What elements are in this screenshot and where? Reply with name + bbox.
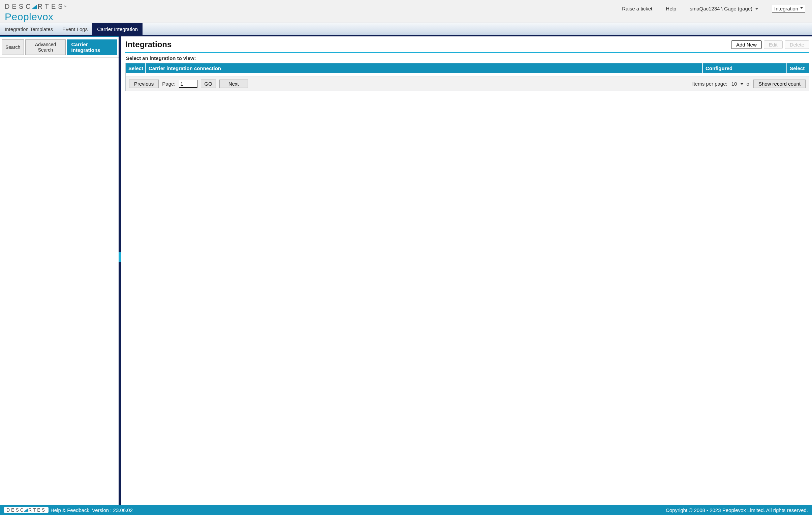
footer-logo-right: RTES: [28, 507, 46, 513]
tab-event-logs[interactable]: Event Logs: [58, 23, 92, 35]
copyright: Copyright © 2008 - 2023 Peoplevox Limite…: [666, 507, 808, 513]
page-actions: Add New Edit Delete: [731, 40, 809, 49]
go-button[interactable]: GO: [201, 80, 216, 88]
splitter-handle[interactable]: [119, 252, 121, 262]
main: Search Advanced Search Carrier Integrati…: [0, 36, 812, 505]
tab-integration-templates[interactable]: Integration Templates: [0, 23, 58, 35]
footer: DESC RTES Help & Feedback Version : 23.0…: [0, 505, 812, 515]
version-label: Version : 23.06.02: [92, 507, 133, 513]
help-link[interactable]: Help: [666, 6, 676, 11]
user-menu[interactable]: smaQac1234 \ Gage (gage): [690, 6, 758, 11]
caret-down-icon: [755, 8, 758, 10]
logo-text-left: DESC: [5, 3, 33, 10]
descartes-logo: DESC RTES ™: [5, 3, 622, 10]
col-connection[interactable]: Carrier integration connection: [146, 63, 703, 73]
col-configured[interactable]: Configured: [703, 63, 787, 73]
tab-carrier-integration[interactable]: Carrier Integration: [92, 23, 143, 35]
advanced-search-button[interactable]: Advanced Search: [25, 39, 65, 55]
module-select-value: Integration: [774, 6, 798, 11]
next-button[interactable]: Next: [219, 80, 248, 88]
section-divider: [125, 52, 809, 53]
col-select[interactable]: Select: [126, 63, 146, 73]
left-pane: Search Advanced Search Carrier Integrati…: [0, 36, 121, 505]
footer-logo-left: DESC: [6, 507, 25, 513]
navbar: Integration Templates Event Logs Carrier…: [0, 23, 812, 36]
footer-logo-triangle-icon: [24, 508, 28, 512]
left-tab-carrier-integrations[interactable]: Carrier Integrations: [67, 39, 117, 55]
edit-button: Edit: [764, 40, 783, 49]
items-per-page-block: Items per page: 10 of Show record count: [692, 80, 806, 88]
module-select[interactable]: Integration: [772, 5, 805, 12]
product-name: Peoplevox: [5, 11, 622, 23]
section-label: Select an integration to view:: [125, 55, 809, 63]
page-label: Page:: [162, 81, 175, 87]
brand-block: DESC RTES ™ Peoplevox: [5, 3, 622, 23]
help-feedback-link[interactable]: Help & Feedback: [51, 507, 89, 513]
grid-body-empty: [126, 73, 809, 77]
chevron-down-icon: [800, 7, 803, 9]
grid-footer: Previous Page: GO Next Items per page: 1…: [126, 77, 809, 91]
ipp-value: 10: [731, 81, 737, 87]
delete-button: Delete: [785, 40, 809, 49]
integrations-grid: Select Carrier integration connection Co…: [125, 63, 809, 91]
header-links: Raise a ticket Help smaQac1234 \ Gage (g…: [622, 3, 807, 12]
show-record-count-button[interactable]: Show record count: [753, 80, 806, 88]
user-label: smaQac1234 \ Gage (gage): [690, 6, 752, 11]
page-head: Integrations Add New Edit Delete: [125, 40, 809, 49]
raise-ticket-link[interactable]: Raise a ticket: [622, 6, 652, 11]
page-title: Integrations: [125, 40, 172, 49]
search-button[interactable]: Search: [2, 39, 24, 55]
of-label: of: [746, 81, 751, 87]
ipp-label: Items per page:: [692, 81, 727, 87]
add-new-button[interactable]: Add New: [731, 40, 762, 49]
trademark: ™: [64, 5, 67, 8]
page-input[interactable]: [179, 80, 198, 88]
previous-button[interactable]: Previous: [129, 80, 159, 88]
logo-text-right: RTES: [38, 3, 65, 10]
left-toolbar: Search Advanced Search Carrier Integrati…: [0, 36, 119, 58]
col-select-right[interactable]: Select: [787, 63, 809, 73]
grid-header-row: Select Carrier integration connection Co…: [126, 63, 809, 73]
ipp-select[interactable]: 10: [730, 80, 743, 87]
footer-logo: DESC RTES: [4, 507, 49, 513]
right-pane: Integrations Add New Edit Delete Select …: [121, 36, 812, 505]
header: DESC RTES ™ Peoplevox Raise a ticket Hel…: [0, 0, 812, 23]
logo-triangle-icon: [32, 4, 37, 9]
